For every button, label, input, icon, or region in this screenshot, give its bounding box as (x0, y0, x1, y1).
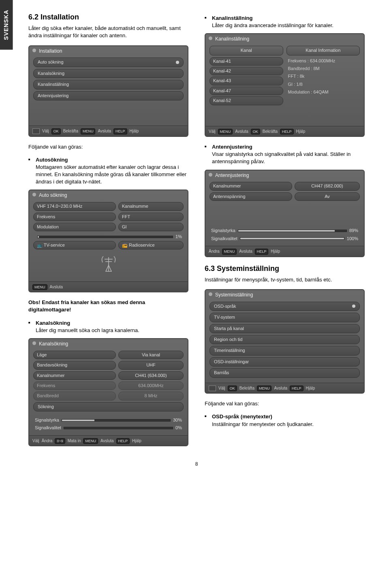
col-info: Kanal Information (286, 46, 360, 55)
info-line: Bandbredd : 8M (286, 65, 360, 72)
field-fft: FFT (118, 213, 184, 221)
sys-body: Inställningar för menyspråk, tv-system, … (205, 276, 365, 283)
screenshot-installation: Installation Auto sökning Kanalsökning K… (28, 45, 188, 137)
info-line: Modulation : 64QAM (286, 88, 360, 96)
help-key: HELP (113, 128, 127, 134)
channel-row[interactable]: Kanal-42 (209, 67, 283, 75)
menu-item[interactable]: Starta på kanal (209, 324, 360, 333)
page-number: 8 (28, 461, 365, 468)
channel-row[interactable]: Kanal-52 (209, 96, 283, 105)
col-kanal: Kanal (209, 46, 283, 55)
scan-progress: 1% (33, 233, 184, 241)
info-line: Frekvens : 634.000MHz (286, 57, 360, 65)
field-frekvens: Frekvens (33, 381, 116, 390)
channel-row[interactable]: Kanal-43 (209, 77, 283, 85)
menu-item[interactable]: TV-system (209, 313, 360, 322)
ok-key: OK (51, 128, 61, 134)
shot-title: Antennjustering (205, 170, 364, 180)
signal-quality: Signalkvalitet100% (209, 235, 360, 243)
bullet-kanalinstallning: Kanalinställning Låter dig ändra avancer… (205, 15, 365, 29)
screenshot-kanalinstallning: Kanalinställning Kanal Kanal Information… (205, 33, 365, 137)
screenshot-antennjustering: Antennjustering KanalnummerCH47 (682.000… (205, 170, 365, 257)
following-text: Följande val kan göras: (28, 143, 188, 151)
shot-footer: Välj OK Bekräfta MENU Avsluta HELP Hjälp (205, 383, 364, 393)
menu-item[interactable]: Barnlås (209, 368, 360, 377)
channel-row[interactable]: Kanal-47 (209, 87, 283, 95)
obs-text: Obs! Endast fria kanaler kan sökas med d… (28, 299, 188, 313)
shot-footer: Ändra MENU Avsluta HELP Hjälp (205, 246, 364, 256)
shot-title: Installation (29, 46, 188, 55)
following-text-2: Följande val kan göras: (205, 400, 365, 407)
shot-footer: Välj Ändra 0~9 Mata in MENU Avsluta HELP… (29, 435, 188, 446)
signal-strength: Signalstyrka89% (209, 227, 360, 234)
nav-icon (209, 386, 216, 391)
field-modulation: Modulation (33, 223, 116, 231)
screenshot-autosokning: Auto sökning VHF 174.0~230.0 MHz Kanalnu… (28, 190, 188, 292)
channel-row[interactable]: Kanal-41 (209, 57, 283, 66)
tv-service: 📺 TV-service (33, 241, 116, 249)
menu-item-antenn[interactable]: Antennjustering (33, 91, 184, 100)
shot-title: Kanalinställning (205, 34, 364, 43)
side-tab: SVENSKA (0, 0, 13, 50)
radio-indicator (176, 61, 179, 64)
signal-quality: Signalkvalitet0% (33, 424, 184, 432)
sokning-button[interactable]: Sökning (33, 402, 184, 411)
info-line: GI : 1/8 (286, 81, 360, 88)
bullet-kanalsokning: Kanalsökning Låter dig manuellt söka och… (28, 320, 188, 334)
menu-item-kanalsok[interactable]: Kanalsökning (33, 69, 184, 78)
right-column: Kanalinställning Låter dig ändra avancer… (205, 8, 365, 453)
radio-indicator (352, 305, 355, 308)
bullet-antennjustering: Antennjustering Visar signalstyrka och s… (205, 143, 365, 166)
heading-installation: 6.2 Installation (28, 12, 188, 22)
field-vhf: VHF 174.0~230.0 MHz (33, 202, 116, 211)
menu-key: MENU (81, 128, 96, 134)
screenshot-systeminstallning: Systeminställning OSD-språk TV-system St… (205, 289, 365, 394)
shot-title: Auto sökning (29, 190, 188, 200)
signal-strength: Signalstyrka30% (33, 416, 184, 424)
field-kanalnr[interactable]: Kanalnummer (209, 182, 292, 190)
radio-service: 📻 Radioservice (118, 241, 184, 249)
menu-item[interactable]: OSD-inställningar (209, 357, 360, 366)
screenshot-kanalsokning: Kanalsökning LägeVia kanal Bandavsökning… (28, 338, 188, 447)
shot-footer: MENU Avsluta (29, 281, 188, 292)
field-frekvens: Frekvens (33, 213, 116, 221)
field-band[interactable]: Bandavsökning (33, 361, 116, 369)
antenna-icon (33, 251, 184, 278)
left-column: 6.2 Installation Låter dig söka efter ka… (28, 8, 188, 453)
field-gi: GI (118, 223, 184, 231)
menu-item[interactable]: Region och tid (209, 335, 360, 344)
field-kanalnr[interactable]: Kanalnummer (33, 371, 116, 380)
heading-systeminstallning: 6.3 Systeminställning (205, 264, 365, 274)
menu-item[interactable]: Timerinställning (209, 346, 360, 355)
nav-icon (32, 128, 40, 134)
shot-title: Systeminställning (205, 290, 364, 299)
shot-footer: Välj OK Bekräfta MENU Avsluta HELP Hjälp (29, 126, 188, 136)
info-line: FFT : 8k (286, 72, 360, 80)
field-lage[interactable]: Läge (33, 351, 116, 359)
shot-title: Kanalsökning (29, 339, 188, 348)
field-antennsp[interactable]: Antennspänning (209, 192, 292, 201)
menu-key: MENU (32, 284, 47, 290)
bullet-osd-sprak: OSD-språk (menytexter) Inställningar för… (205, 413, 365, 428)
shot-footer: Välj MENU Avsluta OK Bekräfta HELP Hjälp (205, 126, 364, 136)
menu-item-kanalinst[interactable]: Kanalinställning (33, 80, 184, 89)
field-bandbredd: Bandbredd (33, 392, 116, 400)
menu-item[interactable]: OSD-språk (209, 302, 360, 311)
bullet-autosokning: Autosökning Mottagaren söker automatiskt… (28, 156, 188, 186)
menu-item-auto[interactable]: Auto sökning (33, 58, 184, 67)
field-kanalnum: Kanalnumme (118, 202, 184, 211)
intro-text: Låter dig söka efter kanaler, både autom… (28, 25, 188, 39)
